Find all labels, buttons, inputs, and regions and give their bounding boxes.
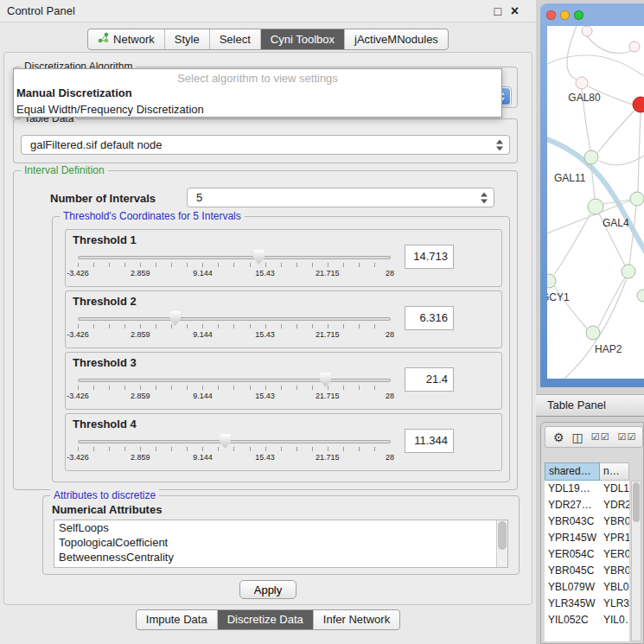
combo-stepper-icon[interactable]: [495, 139, 504, 150]
table-cell[interactable]: YDL19…: [545, 481, 600, 497]
attribute-list-item[interactable]: TopologicalCoefficient: [54, 535, 507, 550]
threshold-2-group: Threshold 2 -3.4262.8599.14415.4321.7152…: [65, 290, 502, 348]
table-cell[interactable]: YBL0…: [600, 579, 629, 596]
network-node[interactable]: [582, 26, 592, 36]
network-node[interactable]: [547, 274, 556, 288]
table-row[interactable]: YLR345WYLR3…: [545, 596, 629, 612]
threshold-1-value-field[interactable]: 14.713: [405, 245, 454, 269]
table-cell[interactable]: YDR2…: [600, 497, 629, 513]
network-canvas[interactable]: GAL80GAL11GAL4GCY1HAP2: [547, 26, 644, 379]
network-node[interactable]: [588, 199, 603, 214]
slider-track[interactable]: [78, 317, 391, 321]
threshold-2-value-field[interactable]: 6.316: [405, 306, 454, 330]
threshold-1-slider[interactable]: -3.4262.8599.14415.4321.71528: [78, 249, 391, 285]
table-row[interactable]: YBL079WYBL0…: [545, 579, 629, 596]
tab-label: Network: [113, 33, 155, 47]
threshold-2-slider[interactable]: -3.4262.8599.14415.4321.71528: [78, 310, 391, 347]
table-row[interactable]: YER054CYER0…: [545, 546, 629, 563]
select-rows-icon[interactable]: ☑☑: [618, 431, 637, 443]
number-of-intervals-select[interactable]: 5: [187, 188, 494, 207]
network-node[interactable]: [586, 326, 600, 340]
combo-stepper-icon[interactable]: [480, 192, 488, 203]
mac-minimize-icon[interactable]: [560, 10, 570, 20]
tab-infer-network[interactable]: Infer Network: [314, 610, 399, 629]
tab-jactivemnodules[interactable]: jActiveMNodules: [345, 29, 448, 49]
interval-definition-group: Interval Definition Number of Intervals …: [13, 170, 518, 490]
network-node-label: GAL80: [568, 92, 601, 104]
attribute-list-item[interactable]: SelfLoops: [54, 520, 507, 535]
attribute-list-item[interactable]: BetweennessCentrality: [54, 550, 507, 564]
network-node[interactable]: [630, 192, 644, 206]
table-cell[interactable]: YBR0…: [600, 563, 629, 579]
table-cell[interactable]: YDR27…: [545, 497, 600, 513]
mac-zoom-icon[interactable]: [574, 10, 583, 20]
select-all-columns-icon[interactable]: ☑☑: [591, 431, 610, 443]
dropdown-placeholder-option: Select algorithm to view settings: [14, 69, 501, 85]
network-node[interactable]: [633, 97, 644, 112]
scale-label: 2.859: [131, 392, 150, 400]
network-node[interactable]: [622, 265, 635, 278]
numerical-attributes-list[interactable]: SelfLoopsTopologicalCoefficientBetweenne…: [54, 520, 508, 568]
table-cell[interactable]: YBR045C: [545, 563, 600, 579]
table-row[interactable]: YPR145WYPR1…: [545, 530, 629, 546]
threshold-3-value-field[interactable]: 21.4: [405, 367, 454, 392]
tab-impute-data[interactable]: Impute Data: [137, 610, 218, 629]
network-node[interactable]: [629, 41, 640, 52]
table-cell[interactable]: YIL052C: [545, 612, 600, 628]
slider-track[interactable]: [78, 379, 391, 382]
tab-select[interactable]: Select: [210, 29, 261, 49]
table-cell[interactable]: YLR345W: [545, 596, 600, 612]
apply-button[interactable]: Apply: [239, 580, 296, 599]
threshold-2-label: Threshold 2: [73, 295, 137, 308]
columns-icon[interactable]: ◫: [572, 430, 583, 444]
table-cell[interactable]: YER0…: [600, 546, 629, 563]
table-row[interactable]: YBR043CYBR0…: [545, 513, 629, 530]
list-scrollbar[interactable]: [496, 520, 507, 567]
table-cell[interactable]: YDL1…: [600, 481, 629, 497]
scrollbar-thumb[interactable]: [498, 521, 507, 550]
network-edge: [597, 105, 639, 153]
table-cell[interactable]: YBL079W: [545, 579, 600, 596]
table-scrollbar[interactable]: [631, 481, 641, 641]
slider-track[interactable]: [78, 440, 391, 443]
table-row[interactable]: YBR045CYBR0…: [545, 563, 629, 579]
tab-style[interactable]: Style: [165, 29, 210, 49]
mac-close-icon[interactable]: [546, 10, 556, 20]
table-row[interactable]: YDL19…YDL1…: [545, 481, 629, 497]
dropdown-option-equal-width-frequency[interactable]: Equal Width/Frequency Discretization: [14, 101, 501, 118]
table-row[interactable]: YDR27…YDR2…: [545, 497, 629, 513]
table-cell[interactable]: YER054C: [545, 546, 600, 563]
network-node[interactable]: [584, 150, 598, 164]
table-cell[interactable]: YLR3…: [600, 596, 629, 612]
tab-network[interactable]: Network: [88, 29, 165, 49]
tab-label: Infer Network: [323, 613, 390, 627]
threshold-3-slider[interactable]: -3.4262.8599.14415.4321.71528: [78, 372, 391, 408]
float-window-icon[interactable]: □: [494, 0, 501, 22]
tab-discretize-data[interactable]: Discretize Data: [218, 610, 314, 629]
network-edge: [554, 214, 590, 275]
network-edge: [599, 156, 644, 165]
column-header-name[interactable]: n…: [600, 462, 629, 481]
slider-track[interactable]: [78, 256, 391, 259]
table-cell[interactable]: YPR1…: [600, 530, 629, 546]
settings-gear-icon[interactable]: ⚙: [553, 430, 564, 444]
network-node[interactable]: [637, 290, 644, 302]
network-node[interactable]: [576, 77, 588, 89]
scale-label: 9.144: [193, 330, 213, 339]
dropdown-option-manual-discretization[interactable]: Manual Discretization: [14, 85, 501, 101]
close-icon[interactable]: ×: [511, 0, 519, 22]
scrollbar-thumb[interactable]: [633, 482, 640, 522]
attributes-to-discretize-label: Attributes to discretize: [50, 489, 159, 501]
threshold-4-slider[interactable]: -3.4262.8599.14415.4321.71528: [78, 433, 391, 469]
table-row[interactable]: YIL052CYIL0…: [545, 612, 629, 628]
tab-cyni-toolbox[interactable]: Cyni Toolbox: [261, 29, 345, 49]
table-cell[interactable]: YBR043C: [545, 513, 600, 530]
slider-scale-labels: -3.4262.8599.14415.4321.71528: [78, 269, 390, 279]
column-header-shared-name[interactable]: shared…: [545, 462, 600, 481]
table-cell[interactable]: YBR0…: [600, 513, 629, 530]
table-cell[interactable]: YIL0…: [600, 612, 629, 628]
table-data-select[interactable]: galFiltered.sif default node: [21, 135, 510, 155]
tab-label: Style: [175, 33, 200, 47]
table-cell[interactable]: YPR145W: [545, 530, 600, 546]
threshold-4-value-field[interactable]: 11.344: [405, 429, 454, 453]
